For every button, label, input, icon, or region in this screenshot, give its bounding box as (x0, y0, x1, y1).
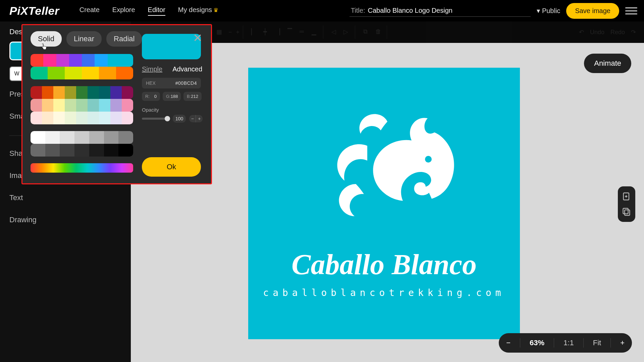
swatch[interactable] (76, 99, 88, 112)
swatch[interactable] (65, 112, 76, 124)
hex-field[interactable]: HEX #00BCD4 (142, 78, 201, 88)
sidebar-item-drawing[interactable]: Drawing (9, 216, 123, 224)
opacity-minus[interactable]: − (189, 115, 196, 122)
swatch[interactable] (65, 86, 76, 99)
swatch[interactable] (110, 86, 122, 99)
swatch[interactable] (31, 112, 42, 124)
swatch[interactable] (31, 54, 43, 67)
swatch[interactable] (95, 54, 107, 67)
align-right-icon[interactable]: ▕ (275, 28, 283, 36)
flip-h-icon[interactable]: ◁ (331, 28, 339, 36)
swatch[interactable] (88, 112, 99, 124)
swatch[interactable] (31, 86, 42, 99)
undo-label[interactable]: Undo (590, 29, 604, 36)
artboard[interactable]: Caballo Blanco caballoblancotrekking.com (248, 68, 520, 339)
swatch[interactable] (122, 112, 133, 124)
redo-label[interactable]: Redo (610, 29, 625, 36)
align-top-icon[interactable]: ▔ (287, 28, 296, 36)
b-field[interactable]: B:212 (183, 92, 202, 101)
mode-advanced[interactable]: Advanced (172, 65, 202, 73)
swatch[interactable] (89, 144, 104, 157)
nav-explore[interactable]: Explore (112, 6, 135, 16)
swatch[interactable] (110, 99, 122, 112)
swatch[interactable] (45, 131, 60, 144)
swatch[interactable] (60, 131, 74, 144)
duplicate-icon[interactable]: ⧉ (363, 28, 371, 36)
swatch[interactable] (122, 86, 133, 99)
swatch[interactable] (104, 144, 119, 157)
zoom-minus[interactable]: − (228, 29, 232, 36)
nav-editor[interactable]: Editor (148, 6, 165, 16)
swatch[interactable] (48, 67, 65, 79)
swatch[interactable] (88, 99, 99, 112)
align-center-icon[interactable]: ┿ (263, 28, 271, 36)
mode-simple[interactable]: Simple (142, 65, 162, 73)
swatch[interactable] (56, 54, 69, 67)
hamburger-icon[interactable] (625, 7, 637, 14)
swatch[interactable] (122, 99, 133, 112)
g-field[interactable]: G:188 (163, 92, 181, 101)
swatch[interactable] (104, 131, 119, 144)
swatch[interactable] (89, 131, 104, 144)
grid-icon[interactable]: ▦ (216, 28, 224, 36)
swatch[interactable] (74, 131, 89, 144)
swatch[interactable] (76, 86, 88, 99)
swatch[interactable] (45, 144, 60, 157)
swatch[interactable] (31, 67, 48, 79)
swatch[interactable] (82, 67, 99, 79)
opacity-slider[interactable] (142, 118, 169, 120)
swatch[interactable] (53, 99, 65, 112)
swatch[interactable] (69, 54, 82, 67)
zoom-out-button[interactable]: − (506, 339, 511, 347)
tab-radial[interactable]: Radial (106, 31, 142, 47)
undo-icon[interactable]: ↶ (579, 28, 584, 36)
nav-create[interactable]: Create (79, 6, 100, 16)
align-left-icon[interactable]: ▏ (251, 28, 259, 36)
swatch[interactable] (110, 112, 122, 124)
swatch[interactable] (74, 144, 89, 157)
swatch[interactable] (42, 112, 53, 124)
swatch[interactable] (88, 86, 99, 99)
animate-button[interactable]: Animate (584, 54, 631, 73)
tab-linear[interactable]: Linear (66, 31, 102, 47)
duplicate-page-icon[interactable] (622, 207, 631, 217)
opacity-thumb[interactable] (165, 116, 170, 121)
swatch[interactable] (108, 54, 120, 67)
swatch[interactable] (65, 99, 76, 112)
opacity-plus[interactable]: + (196, 115, 203, 122)
palette-gradient-strip[interactable] (31, 163, 133, 173)
nav-mydesigns[interactable]: My designs♛ (178, 6, 218, 16)
swatch[interactable] (53, 112, 65, 124)
r-field[interactable]: R:0 (142, 92, 160, 101)
ok-button[interactable]: Ok (142, 157, 201, 177)
zoom-in-button[interactable]: + (620, 339, 625, 347)
zoom-ratio[interactable]: 1:1 (564, 339, 574, 347)
zoom-percent[interactable]: 63% (530, 339, 544, 347)
swatch[interactable] (118, 144, 133, 157)
swatch[interactable] (116, 67, 133, 79)
align-bottom-icon[interactable]: ▁ (312, 28, 320, 36)
save-button[interactable]: Save image (566, 3, 619, 19)
flip-v-icon[interactable]: ▷ (343, 28, 352, 36)
align-middle-icon[interactable]: ═ (300, 28, 308, 36)
swatch[interactable] (43, 54, 56, 67)
opacity-value[interactable]: 100 (173, 115, 186, 123)
add-page-icon[interactable] (622, 192, 631, 201)
swatch[interactable] (53, 86, 65, 99)
swatch[interactable] (60, 144, 74, 157)
close-icon[interactable]: ✕ (193, 31, 202, 45)
swatch[interactable] (120, 54, 133, 67)
swatch[interactable] (99, 86, 110, 99)
trash-icon[interactable]: 🗑 (375, 28, 383, 36)
zoom-plus[interactable]: + (236, 29, 240, 36)
swatch[interactable] (76, 112, 88, 124)
swatch[interactable] (65, 67, 82, 79)
swatch[interactable] (82, 54, 95, 67)
swatch[interactable] (31, 144, 45, 157)
swatch[interactable] (99, 99, 110, 112)
title-field[interactable]: Title: Caballo Blanco Logo Design (350, 5, 531, 17)
swatch[interactable] (118, 131, 133, 144)
zoom-fit[interactable]: Fit (593, 339, 601, 347)
swatch[interactable] (99, 112, 110, 124)
swatch[interactable] (31, 131, 45, 144)
